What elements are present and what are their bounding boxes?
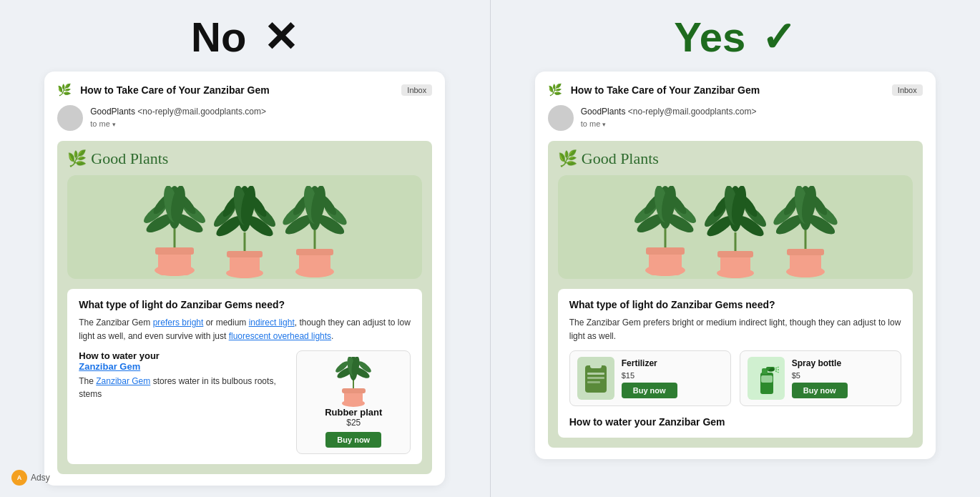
yes-label: Yes — [674, 14, 745, 60]
left-sender-info: GoodPlants <no-reply@mail.goodplants.com… — [90, 105, 266, 130]
right-how-water-heading: How to water your Zanzibar Gem — [569, 416, 901, 428]
svg-rect-28 — [296, 249, 333, 255]
left-product-name: Rubber plant — [325, 407, 382, 418]
left-product-plant-icon — [334, 357, 373, 407]
left-adsy-label: Adsy — [31, 473, 50, 483]
svg-rect-91 — [587, 373, 604, 375]
svg-rect-92 — [587, 377, 604, 379]
left-product-box: Rubber plant $25 Buy now — [296, 350, 411, 454]
right-fertilizer-thumb — [577, 357, 614, 400]
left-brand-name: 🌿 Good Plants — [67, 149, 422, 168]
right-fertilizer-price: $15 — [622, 371, 677, 380]
svg-line-97 — [775, 367, 779, 368]
right-avatar — [548, 105, 574, 131]
svg-rect-15 — [227, 251, 263, 257]
right-spray-name: Spray bottle — [792, 358, 848, 368]
right-fertilizer-buy-button[interactable]: Buy now — [622, 383, 677, 398]
right-spray-box: Spray bottle $5 Buy now — [740, 350, 901, 406]
right-spray-info: Spray bottle $5 Buy now — [792, 358, 848, 398]
left-plant-2 — [212, 186, 277, 279]
adsy-logo-icon: A — [11, 470, 27, 486]
right-brand-label: Good Plants — [582, 149, 659, 168]
left-email-header-row: 🌿 How to Take Care of Your Zanzibar Gem … — [57, 83, 432, 97]
right-plant-3 — [773, 186, 838, 279]
right-email-content-white: What type of light do Zanzibar Gems need… — [558, 289, 913, 438]
left-content-heading: What type of light do Zanzibar Gems need… — [79, 299, 411, 310]
svg-rect-52 — [646, 247, 685, 255]
right-content-text: The Zanzibar Gem prefers bright or mediu… — [569, 316, 901, 343]
left-leaf-icon: 🌿 — [57, 83, 72, 97]
left-avatar — [57, 105, 83, 131]
right-fertilizer-info: Fertilizer $15 Buy now — [622, 358, 677, 398]
left-how-water-link[interactable]: Zanzibar Gem — [79, 361, 140, 372]
right-content-heading: What type of light do Zanzibar Gems need… — [569, 299, 901, 310]
right-email-subject: How to Take Care of Your Zanzibar Gem — [571, 84, 885, 96]
left-link2[interactable]: indirect light — [249, 318, 295, 328]
right-to-label: to me — [581, 119, 601, 128]
svg-rect-2 — [155, 247, 194, 255]
left-email-content-white: What type of light do Zanzibar Gems need… — [67, 289, 422, 464]
svg-rect-93 — [587, 381, 600, 383]
left-link1[interactable]: prefers bright — [153, 318, 204, 328]
fertilizer-icon — [582, 360, 610, 397]
left-plant-3 — [283, 186, 347, 279]
left-email-body: 🌿 Good Plants — [57, 141, 432, 474]
no-header: No ✕ — [191, 0, 298, 72]
no-label: No — [191, 14, 246, 60]
left-how-water-label: How to water your — [79, 350, 160, 361]
left-to-me: to me ▾ — [90, 118, 266, 130]
left-email-subject: How to Take Care of Your Zanzibar Gem — [80, 84, 394, 96]
left-text-2: or medium — [203, 318, 248, 328]
right-plant-2 — [703, 186, 768, 279]
left-body-bottom-link[interactable]: Zanzibar Gem — [96, 376, 150, 386]
left-text-4: . — [331, 331, 333, 341]
left-how-water-heading: How to water your Zanzibar Gem — [79, 350, 289, 372]
left-sender-row: GoodPlants <no-reply@mail.goodplants.com… — [57, 105, 432, 131]
right-to-me: to me ▾ — [581, 118, 757, 130]
left-sender-name: GoodPlants — [90, 107, 135, 117]
right-spray-thumb — [748, 357, 785, 400]
right-email-card: 🌿 How to Take Care of Your Zanzibar Gem … — [535, 72, 936, 459]
right-brand-name: 🌿 Good Plants — [558, 149, 913, 168]
left-plant-image-area — [67, 175, 422, 279]
yes-header: Yes ✓ — [674, 0, 796, 72]
left-how-water-text: How to water your Zanzibar Gem The Zanzi… — [79, 350, 289, 400]
right-fertilizer-box: Fertilizer $15 Buy now — [569, 350, 731, 406]
right-inbox-badge: Inbox — [892, 84, 923, 96]
right-spray-price: $5 — [792, 371, 848, 380]
left-brand-label: Good Plants — [91, 149, 168, 168]
left-product-section: How to water your Zanzibar Gem The Zanzi… — [79, 350, 411, 454]
left-brand-leaf-icon: 🌿 — [67, 149, 87, 168]
right-plant-image-area — [558, 175, 913, 279]
svg-rect-78 — [787, 249, 824, 255]
right-panel: Yes ✓ 🌿 How to Take Care of Your Zanziba… — [491, 0, 981, 497]
left-body-text-bottom: The Zanzibar Gem stores water in its bul… — [79, 375, 289, 400]
svg-line-99 — [775, 371, 779, 373]
left-inbox-badge: Inbox — [401, 84, 432, 96]
svg-rect-65 — [717, 251, 753, 257]
left-content-text: The Zanzibar Gem prefers bright or mediu… — [79, 316, 411, 343]
svg-rect-100 — [761, 375, 773, 383]
svg-rect-90 — [590, 361, 602, 368]
left-link3[interactable]: fluorescent overhead lights — [229, 331, 331, 341]
right-fertilizer-name: Fertilizer — [622, 358, 677, 368]
right-sender-info: GoodPlants <no-reply@mail.goodplants.com… — [581, 105, 757, 130]
left-body-bottom-1: The — [79, 376, 96, 386]
right-brand-leaf-icon: 🌿 — [558, 149, 577, 168]
left-panel: No ✕ 🌿 How to Take Care of Your Zanzibar… — [0, 0, 490, 497]
left-sender-email: <no-reply@mail.goodplants.com> — [137, 107, 266, 117]
left-to-label: to me — [90, 119, 110, 128]
check-icon: ✓ — [761, 14, 796, 60]
right-leaf-icon: 🌿 — [548, 83, 562, 97]
right-spray-buy-button[interactable]: Buy now — [792, 383, 848, 398]
main-container: No ✕ 🌿 How to Take Care of Your Zanzibar… — [0, 0, 980, 497]
right-how-water-section: How to water your Zanzibar Gem — [569, 416, 901, 428]
left-buy-now-button[interactable]: Buy now — [325, 432, 381, 448]
left-email-card: 🌿 How to Take Care of Your Zanzibar Gem … — [44, 72, 445, 486]
left-plant-1 — [142, 186, 207, 279]
right-sender-name: GoodPlants — [581, 107, 626, 117]
right-plant-1 — [633, 186, 697, 279]
right-sender-email: <no-reply@mail.goodplants.com> — [628, 107, 757, 117]
left-product-price: $25 — [346, 418, 361, 428]
left-text-1: The Zanzibar Gem — [79, 318, 152, 328]
